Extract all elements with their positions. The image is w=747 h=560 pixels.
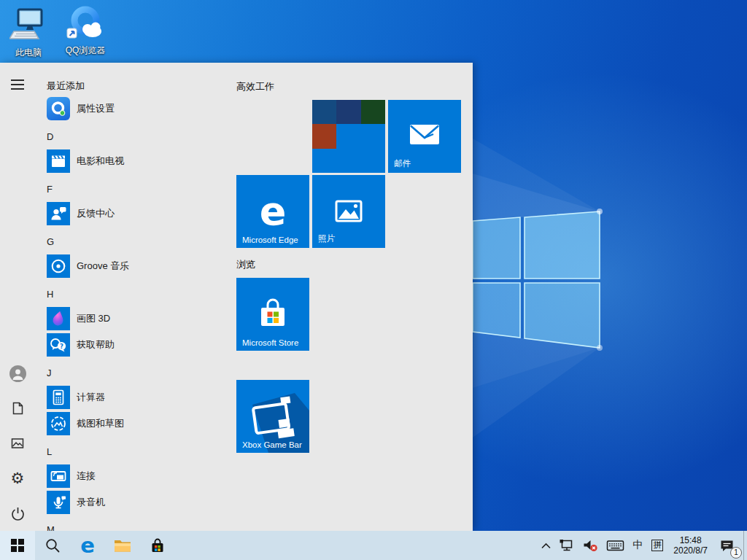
ime-language-indicator[interactable]: 中 <box>628 531 647 560</box>
clock-time: 15:48 <box>673 535 708 545</box>
taskbar: e <box>0 531 747 560</box>
store-icon <box>149 537 166 554</box>
mosaic-square <box>312 124 336 149</box>
tile-label: Microsoft Edge <box>242 236 298 244</box>
taskbar-clock[interactable]: 15:48 2020/8/7 <box>667 535 713 556</box>
tray-network[interactable] <box>555 531 578 560</box>
desktop-icon-qq-browser[interactable]: QQ浏览器 <box>57 4 114 57</box>
mosaic-square <box>336 100 361 124</box>
show-desktop-strip[interactable] <box>743 531 747 560</box>
tile-label: Microsoft Store <box>242 338 298 347</box>
desktop-icon-this-pc[interactable]: 此电脑 <box>0 6 57 59</box>
tile-photos[interactable]: 照片 <box>312 175 385 248</box>
taskbar-edge-button[interactable]: e <box>70 531 105 560</box>
notification-badge: 1 <box>730 547 742 559</box>
file-explorer-icon <box>113 537 132 553</box>
start-menu: ⚙ 最近添加 属性设置 D <box>0 63 473 531</box>
qq-browser-icon <box>57 4 114 42</box>
edge-icon: e <box>80 531 95 560</box>
taskbar-store-button[interactable] <box>140 531 175 560</box>
action-center-button[interactable]: 1 <box>713 531 743 560</box>
taskbar-file-explorer-button[interactable] <box>105 531 140 560</box>
mosaic-square <box>361 100 385 124</box>
desktop-icon-label: 此电脑 <box>0 47 57 59</box>
clock-date: 2020/8/7 <box>673 545 708 556</box>
tile-microsoft-store[interactable]: Microsoft Store <box>236 278 309 351</box>
tray-show-hidden-icons[interactable] <box>537 531 555 560</box>
this-pc-icon <box>0 6 57 44</box>
volume-muted-icon <box>582 538 599 553</box>
ime-mode-indicator[interactable]: 拼 <box>651 540 663 551</box>
system-tray: 中 拼 15:48 2020/8/7 1 <box>537 531 747 560</box>
tile-label: 邮件 <box>394 158 411 169</box>
tray-volume-muted[interactable] <box>578 531 603 560</box>
chevron-up-icon <box>541 542 551 550</box>
tray-touch-keyboard[interactable] <box>603 531 628 560</box>
tile-xbox-game-bar[interactable]: Xbox Game Bar <box>236 380 309 453</box>
edge-icon: e <box>236 188 309 234</box>
tile-label: 照片 <box>318 233 335 244</box>
taskbar-search-button[interactable] <box>35 531 70 560</box>
tile-mosaic[interactable] <box>312 100 385 173</box>
start-button[interactable] <box>0 531 35 560</box>
start-menu-tiles: 高效工作 邮件 e Microsoft Edge <box>0 63 473 531</box>
keyboard-icon <box>606 539 624 552</box>
tile-group-label[interactable]: 高效工作 <box>236 80 274 93</box>
tile-microsoft-edge[interactable]: e Microsoft Edge <box>236 175 309 248</box>
search-icon <box>44 537 61 553</box>
tile-group-label[interactable]: 浏览 <box>236 258 255 271</box>
ethernet-network-icon <box>559 538 575 553</box>
tile-label: Xbox Game Bar <box>242 440 302 449</box>
desktop-icon-label: QQ浏览器 <box>57 44 114 57</box>
tile-mail[interactable]: 邮件 <box>388 100 461 173</box>
mosaic-square <box>312 100 336 124</box>
windows-logo-icon <box>11 539 24 552</box>
